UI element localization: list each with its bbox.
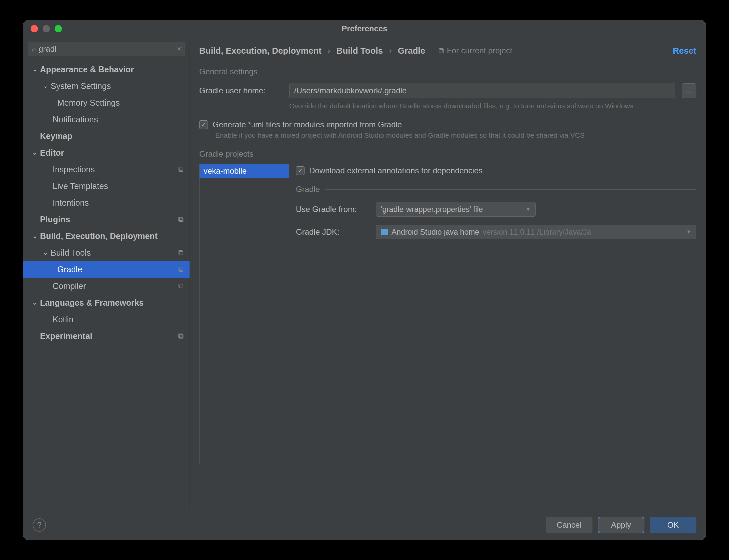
tree-item-label: Inspections: [53, 165, 95, 174]
scope-label: ⧉ For current project: [438, 46, 512, 55]
copy-icon: ⧉: [178, 248, 184, 257]
browse-button[interactable]: ...: [682, 83, 696, 98]
chevron-down-icon[interactable]: ⌄: [31, 149, 38, 156]
footer: ? Cancel Apply OK: [23, 510, 706, 540]
maximize-icon[interactable]: [55, 25, 62, 32]
tree-item-inspections[interactable]: Inspections⧉: [23, 161, 190, 178]
window-title: Preferences: [342, 24, 387, 33]
subsection-gradle: Gradle: [296, 185, 696, 194]
tree-item-editor[interactable]: ⌄Editor: [23, 144, 190, 161]
crumb-0[interactable]: Build, Execution, Deployment: [199, 46, 322, 56]
tree-item-live-templates[interactable]: Live Templates: [23, 178, 190, 194]
tree-item-label: Experimental: [40, 331, 92, 341]
clear-search-icon[interactable]: ×: [177, 45, 181, 53]
jdk-icon: [381, 229, 388, 235]
iml-hint: Enable if you have a mixed project with …: [215, 131, 696, 139]
reset-link[interactable]: Reset: [673, 46, 696, 56]
project-item[interactable]: veka-mobile: [200, 164, 289, 178]
chevron-down-icon[interactable]: ⌄: [42, 82, 49, 90]
crumb-1[interactable]: Build Tools: [337, 46, 383, 56]
tree-item-kotlin[interactable]: Kotlin: [23, 311, 190, 328]
tree-item-plugins[interactable]: Plugins⧉: [23, 211, 190, 228]
scope-text: For current project: [447, 46, 512, 55]
tree-item-build-execution-deployment[interactable]: ⌄Build, Execution, Deployment: [23, 228, 190, 244]
settings-tree: ⌄Appearance & Behavior⌄System SettingsMe…: [23, 60, 190, 510]
jdk-select[interactable]: Android Studio java home version 11.0.11…: [376, 225, 696, 239]
download-label[interactable]: Download external annotations for depend…: [309, 166, 482, 175]
crumb-2[interactable]: Gradle: [398, 46, 425, 56]
preferences-window: Preferences ⌕ × ⌄Appearance & Behavior⌄S…: [23, 20, 706, 540]
chevron-down-icon[interactable]: ⌄: [31, 299, 38, 306]
tree-item-label: Gradle: [57, 265, 82, 274]
section-projects-label: Gradle projects: [199, 149, 254, 159]
tree-item-label: Build Tools: [51, 248, 91, 258]
tree-item-label: Plugins: [40, 215, 70, 224]
user-home-input[interactable]: [289, 83, 675, 98]
tree-item-label: Keymap: [40, 131, 72, 141]
copy-icon: ⧉: [438, 46, 444, 55]
content: General settings Gradle user home: ... O…: [190, 58, 706, 510]
chevron-down-icon: ▼: [686, 229, 691, 235]
iml-checkbox[interactable]: [199, 120, 208, 129]
tree-item-label: Intentions: [53, 198, 89, 208]
chevron-down-icon[interactable]: ⌄: [31, 232, 38, 240]
main-panel: Build, Execution, Deployment › Build Too…: [190, 37, 706, 510]
row-jdk: Gradle JDK: Android Studio java home ver…: [296, 225, 696, 239]
row-iml: Generate *.iml files for modules importe…: [199, 120, 696, 129]
tree-item-label: Kotlin: [53, 315, 74, 324]
tree-item-memory-settings[interactable]: Memory Settings: [23, 94, 190, 111]
project-panel: Download external annotations for depend…: [296, 164, 696, 464]
window-controls: [31, 25, 62, 32]
iml-label[interactable]: Generate *.iml files for modules importe…: [213, 120, 402, 129]
user-home-hint: Override the default location where Grad…: [289, 101, 696, 111]
row-user-home: Gradle user home: ...: [199, 83, 696, 98]
tree-item-notifications[interactable]: Notifications: [23, 111, 190, 128]
projects-wrap: veka-mobile Download external annotation…: [199, 164, 696, 464]
tree-item-gradle[interactable]: Gradle⧉: [23, 261, 190, 278]
projects-list[interactable]: veka-mobile: [199, 164, 289, 464]
section-projects: Gradle projects: [199, 149, 696, 159]
search-field[interactable]: ⌕ ×: [28, 42, 185, 56]
tree-item-label: Editor: [40, 148, 64, 158]
tree-item-experimental[interactable]: Experimental⧉: [23, 328, 190, 344]
row-download: Download external annotations for depend…: [296, 166, 696, 175]
copy-icon: ⧉: [178, 332, 184, 340]
search-icon: ⌕: [32, 45, 36, 53]
tree-item-compiler[interactable]: Compiler⧉: [23, 278, 190, 294]
chevron-down-icon: ▼: [525, 206, 531, 212]
tree-item-intentions[interactable]: Intentions: [23, 194, 190, 211]
row-use-from: Use Gradle from: 'gradle-wrapper.propert…: [296, 202, 696, 217]
tree-item-label: System Settings: [51, 81, 111, 91]
chevron-down-icon[interactable]: ⌄: [31, 66, 38, 73]
search-input[interactable]: [39, 44, 177, 54]
divider: [259, 154, 696, 154]
subsection-gradle-label: Gradle: [296, 185, 320, 194]
chevron-down-icon[interactable]: ⌄: [42, 249, 49, 256]
tree-item-keymap[interactable]: Keymap: [23, 128, 190, 144]
sidebar: ⌕ × ⌄Appearance & Behavior⌄System Settin…: [23, 37, 190, 510]
tree-item-languages-frameworks[interactable]: ⌄Languages & Frameworks: [23, 294, 190, 311]
copy-icon: ⧉: [178, 282, 184, 290]
divider: [263, 72, 696, 72]
download-checkbox[interactable]: [296, 166, 305, 175]
cancel-button[interactable]: Cancel: [546, 517, 592, 533]
chevron-right-icon: ›: [389, 46, 392, 56]
close-icon[interactable]: [31, 25, 38, 32]
apply-button[interactable]: Apply: [598, 517, 644, 533]
tree-item-system-settings[interactable]: ⌄System Settings: [23, 78, 190, 94]
tree-item-label: Notifications: [53, 115, 98, 124]
tree-item-build-tools[interactable]: ⌄Build Tools⧉: [23, 244, 190, 261]
search-wrap: ⌕ ×: [23, 37, 190, 60]
use-from-label: Use Gradle from:: [296, 205, 369, 214]
tree-item-appearance-behavior[interactable]: ⌄Appearance & Behavior: [23, 61, 190, 78]
use-from-select[interactable]: 'gradle-wrapper.properties' file ▼: [376, 202, 536, 217]
help-button[interactable]: ?: [33, 518, 46, 532]
ok-button[interactable]: OK: [650, 517, 696, 533]
tree-item-label: Languages & Frameworks: [40, 298, 144, 308]
divider: [325, 189, 696, 190]
chevron-right-icon: ›: [328, 46, 331, 56]
body: ⌕ × ⌄Appearance & Behavior⌄System Settin…: [23, 37, 706, 510]
section-general: General settings: [199, 67, 696, 76]
jdk-value: Android Studio java home: [391, 228, 479, 237]
minimize-icon[interactable]: [43, 25, 50, 32]
